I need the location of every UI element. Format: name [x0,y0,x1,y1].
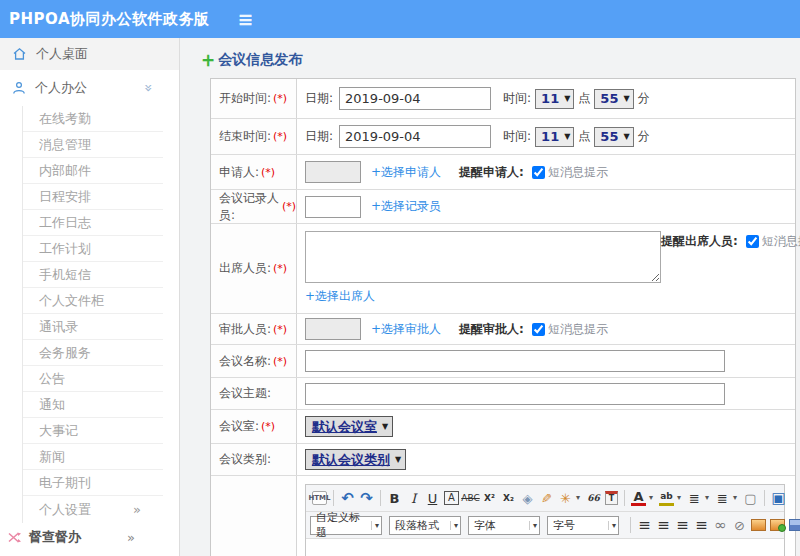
undo-icon[interactable]: ↶ [340,489,355,507]
choose-recorder-link[interactable]: +选择记录员 [371,198,441,215]
sidebar-item-desktop[interactable]: 个人桌面 [0,38,179,70]
sidebar-sub-item[interactable]: 会务服务 [23,340,163,366]
choose-approver-link[interactable]: +选择审批人 [371,321,441,338]
minute-suffix: 分 [638,90,650,107]
subscript-icon[interactable]: X₂ [501,489,516,507]
insert-image-icon[interactable] [770,519,785,531]
sidebar-sub-item[interactable]: 个人文件柜 [23,288,163,314]
align-left-icon[interactable]: ≡ [637,516,652,534]
html-source-button[interactable]: HTML [312,491,327,505]
editor-format-select[interactable]: 字体 ▾ [468,516,540,535]
editor-format-select[interactable]: 字号 ▾ [547,516,619,535]
field-label [211,476,297,556]
sidebar-item-supervise[interactable]: 督查督办 » [0,523,179,551]
attendees-textarea[interactable] [305,231,661,283]
sidebar-sub-item[interactable]: 在线考勤 [23,106,163,132]
link-icon[interactable]: ∞ [713,516,728,534]
dropdown-arrow-icon[interactable]: ▾ [675,489,683,507]
editor-format-select[interactable]: 自定义标题 ▾ [310,516,382,535]
approver-sms-checkbox[interactable] [532,323,545,336]
end-hour-select[interactable]: 11 ▼ [535,127,574,147]
sidebar-sub-item[interactable]: 公告 [23,366,163,392]
meeting-subject-input[interactable] [305,383,725,405]
unlink-icon[interactable]: ⊘ [732,516,747,534]
highlight-color-icon[interactable]: ab [659,491,674,506]
start-hour-select[interactable]: 11 ▼ [535,89,574,109]
hour-suffix: 点 [578,128,590,145]
bold-icon[interactable]: B [387,489,402,507]
dropdown-arrow-icon[interactable]: ▾ [574,489,582,507]
image-icon[interactable] [751,519,766,531]
underline-icon[interactable]: U [425,489,440,507]
sidebar-sub-item[interactable]: 消息管理 [23,132,163,158]
superscript-icon[interactable]: X² [482,489,497,507]
start-date-input[interactable] [339,87,491,110]
meeting-name-input[interactable] [305,350,725,372]
label-text: 出席人员: [219,260,271,277]
applicant-sms-checkbox[interactable] [532,166,545,179]
applicant-input[interactable] [305,161,361,183]
sidebar-sub-item[interactable]: 日程安排 [23,184,163,210]
align-right-icon[interactable]: ≡ [675,516,690,534]
italic-icon[interactable]: I [406,489,421,507]
blockquote-icon[interactable]: 66 [586,489,601,507]
ordered-list-icon[interactable]: ≣ [687,489,702,507]
required-mark: (*) [273,323,287,336]
sidebar-sub-item[interactable]: 通讯录 [23,314,163,340]
paste-text-icon[interactable]: T [605,491,618,505]
meeting-category-select[interactable]: 默认会议类别 ▼ [305,449,406,470]
sidebar-sub-item[interactable]: 工作日志 [23,210,163,236]
clean-format-icon[interactable]: ✎ [539,489,554,507]
time-label: 时间: [503,90,531,107]
sidebar-sub-item[interactable]: 大事记 [23,418,163,444]
choose-applicant-link[interactable]: +选择申请人 [371,164,441,181]
approver-input[interactable] [305,318,361,340]
editor-format-select[interactable]: 段落格式 ▾ [389,516,461,535]
sidebar-sub-item[interactable]: 通知 [23,392,163,418]
quick-format-icon[interactable]: ✳ [558,489,573,507]
remove-format-icon[interactable]: ◈ [520,489,535,507]
sidebar-item-settings[interactable]: 个人设置 » [22,496,163,523]
end-minute-select[interactable]: 55 ▼ [594,127,633,147]
align-justify-icon[interactable]: ≡ [694,516,709,534]
field-label: 出席人员: (*) [211,224,297,313]
sidebar-sub-item[interactable]: 手机短信 [23,262,163,288]
sidebar-sub-item[interactable]: 新闻 [23,444,163,470]
field-content [297,345,795,377]
font-style-icon[interactable]: A [444,491,459,505]
font-color-icon[interactable]: A [631,491,646,506]
editor-content-area[interactable] [306,539,784,556]
chevron-down-icon: ▼ [382,422,388,431]
dropdown-arrow-icon[interactable]: ▾ [703,489,711,507]
sidebar-sub-item[interactable]: 电子期刊 [23,470,163,496]
attendees-sms-checkbox[interactable] [746,235,759,248]
sidebar-sub-item[interactable]: 工作计划 [23,236,163,262]
dropdown-arrow-icon[interactable]: ▾ [647,489,655,507]
redo-icon[interactable]: ↷ [359,489,374,507]
new-page-icon[interactable]: ▢ [743,489,758,507]
hamburger-menu-icon[interactable]: ≡ [238,10,254,29]
sidebar-item-label: 个人设置 [39,496,91,523]
recorder-input[interactable] [305,196,361,218]
chevron-down-icon: ▼ [623,94,629,103]
media-icon[interactable] [789,519,800,531]
sidebar-item-office[interactable]: 个人办公 » [0,70,179,106]
choose-attendees-link[interactable]: +选择出席人 [305,288,375,305]
fullscreen-icon[interactable]: ▣ [771,489,786,507]
dropdown-arrow-icon[interactable]: ▾ [731,489,739,507]
editor-format-selects: 自定义标题 ▾ 段落格式 ▾ 字体 ▾ 字号 ▾ [310,516,626,535]
align-center-icon[interactable]: ≡ [656,516,671,534]
label-text: 会议名称: [219,353,271,370]
minute-value: 55 [600,129,618,144]
start-minute-select[interactable]: 55 ▼ [594,89,633,109]
required-mark: (*) [273,355,287,368]
sidebar-sub-item[interactable]: 内部邮件 [23,158,163,184]
meeting-room-select[interactable]: 默认会议室 ▼ [305,416,393,437]
strikethrough-icon[interactable]: ABC [463,489,478,507]
field-label: 会议主题: [211,378,297,409]
end-date-input[interactable] [339,125,491,148]
form-row-category: 会议类别: 默认会议类别 ▼ [211,444,795,476]
required-mark: (*) [273,262,287,275]
unordered-list-icon[interactable]: ≣ [715,489,730,507]
form-row-subject: 会议主题: [211,378,795,410]
